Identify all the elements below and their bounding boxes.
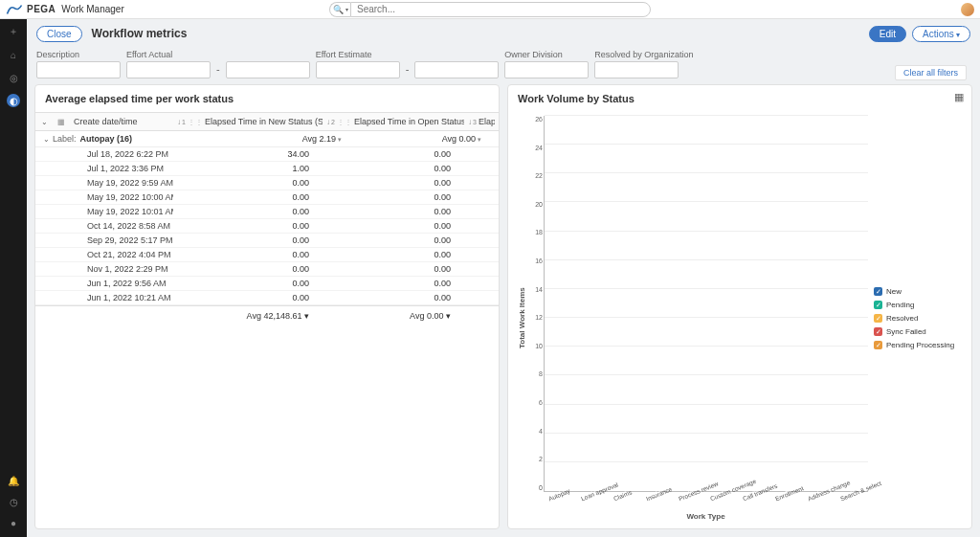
- chevron-down-icon[interactable]: ⌄: [39, 135, 53, 144]
- filter-label: Effort Estimate: [316, 50, 400, 59]
- table-row[interactable]: Oct 21, 2022 4:04 PM0.000.00: [35, 248, 499, 262]
- table-row[interactable]: Jul 1, 2022 3:36 PM1.000.00: [35, 162, 499, 176]
- columns-icon[interactable]: ▦: [57, 118, 65, 126]
- effort-estimate-min[interactable]: [316, 61, 400, 78]
- table-row[interactable]: May 19, 2022 10:01 AM0.000.00: [35, 205, 499, 219]
- chart-legend: New Pending Resolved Sync Failed Pending…: [868, 116, 964, 521]
- close-button[interactable]: Close: [36, 26, 82, 42]
- effort-actual-max[interactable]: [226, 61, 310, 78]
- legend-swatch[interactable]: [874, 287, 882, 296]
- table-row[interactable]: Jun 1, 2022 9:56 AM0.000.00: [35, 277, 499, 291]
- left-card-title: Average elapsed time per work status: [35, 85, 499, 112]
- explore-icon[interactable]: ◎: [7, 71, 20, 84]
- page-title: Workflow metrics: [92, 27, 188, 40]
- description-input[interactable]: [36, 61, 121, 78]
- pega-logo: PEGA: [6, 4, 56, 15]
- more-icon[interactable]: ●: [7, 516, 20, 529]
- y-axis-label: Total Work Items: [516, 116, 528, 521]
- collapse-all-icon[interactable]: ⌄: [41, 118, 48, 126]
- col-next[interactable]: ↓3Elapsed Ti: [464, 113, 495, 130]
- create-icon[interactable]: ＋: [7, 25, 20, 38]
- group-avg-open[interactable]: Avg 0.00: [361, 134, 495, 144]
- group-avg-new[interactable]: Avg 2.19: [217, 134, 351, 144]
- table-row[interactable]: May 19, 2022 10:00 AM0.000.00: [35, 190, 499, 205]
- table-row[interactable]: Jul 18, 2022 6:22 PM34.000.00: [35, 147, 499, 162]
- col-date[interactable]: Create date/time: [70, 113, 173, 130]
- table-row[interactable]: Oct 14, 2022 8:58 AM0.000.00: [35, 219, 499, 234]
- table-header: ⌄ ▦ Create date/time ↓1⋮⋮Elapsed Time in…: [35, 112, 499, 131]
- footer-avg-open[interactable]: Avg 0.00: [410, 311, 443, 321]
- recent-icon[interactable]: ◷: [7, 495, 20, 508]
- calendar-icon[interactable]: ▦: [954, 91, 964, 103]
- search-icon[interactable]: 🔍▾: [329, 2, 350, 17]
- bell-icon[interactable]: 🔔: [7, 474, 20, 487]
- legend-swatch[interactable]: [874, 327, 882, 336]
- effort-estimate-max[interactable]: [414, 61, 499, 78]
- col-open[interactable]: ↓2⋮⋮Elapsed Time in Open Status (Seconds…: [323, 113, 464, 130]
- table-row[interactable]: Sep 29, 2022 5:17 PM0.000.00: [35, 234, 499, 248]
- col-new[interactable]: ↓1⋮⋮Elapsed Time in New Status (Seconds): [173, 113, 323, 130]
- search-input[interactable]: [350, 2, 651, 17]
- table-row[interactable]: May 19, 2022 9:59 AM0.000.00: [35, 176, 499, 190]
- filter-label: Owner Division: [504, 50, 589, 59]
- filter-label: Effort Actual: [126, 50, 211, 59]
- actions-button[interactable]: Actions: [912, 26, 970, 42]
- home-icon[interactable]: ⌂: [7, 48, 20, 61]
- legend-swatch[interactable]: [874, 314, 882, 323]
- legend-swatch[interactable]: [874, 341, 882, 349]
- filter-label: Resolved by Organization: [594, 50, 693, 59]
- table-row[interactable]: Jun 1, 2022 10:21 AM0.000.00: [35, 291, 499, 305]
- clear-filters-button[interactable]: Clear all filters: [895, 65, 967, 80]
- footer-avg-new[interactable]: Avg 42,148.61: [247, 311, 302, 321]
- right-card-title: Work Volume by Status: [508, 85, 971, 112]
- avatar[interactable]: [961, 3, 974, 16]
- x-axis-label: Work Type: [544, 512, 868, 521]
- app-name: Work Manager: [61, 4, 123, 14]
- filter-label: Description: [36, 50, 121, 59]
- legend-swatch[interactable]: [874, 301, 882, 309]
- group-row[interactable]: ⌄ Label: Autopay (16) Avg 2.19 Avg 0.00: [35, 131, 499, 147]
- effort-actual-min[interactable]: [126, 61, 211, 78]
- table-row[interactable]: Nov 1, 2022 2:29 PM0.000.00: [35, 262, 499, 277]
- edit-button[interactable]: Edit: [869, 26, 906, 42]
- table-footer: Avg 42,148.61 ▾ Avg 0.00 ▾: [35, 305, 499, 325]
- dashboard-icon[interactable]: ◐: [7, 94, 20, 107]
- owner-division-input[interactable]: [504, 61, 589, 78]
- resolved-org-input[interactable]: [594, 61, 679, 78]
